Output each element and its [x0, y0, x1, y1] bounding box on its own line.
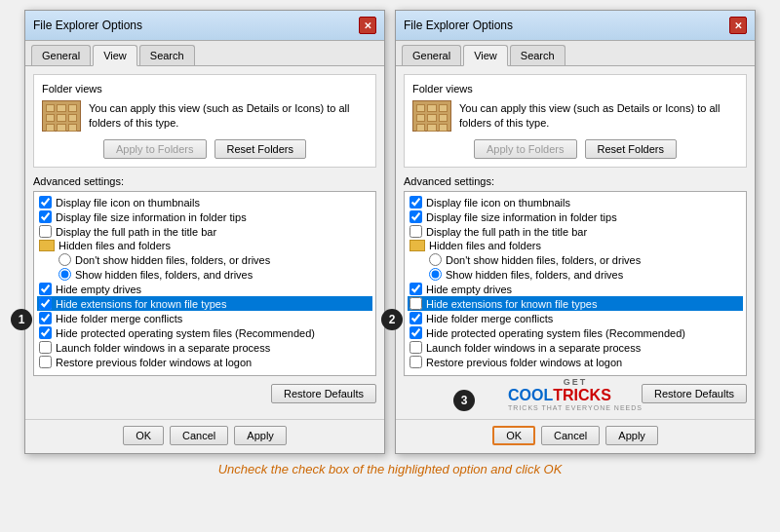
tab-search[interactable]: Search: [139, 45, 195, 65]
setting-input-6[interactable]: [410, 283, 422, 295]
folder-icon: [42, 100, 81, 132]
setting-item-2[interactable]: Display the full path in the title bar: [37, 224, 372, 239]
advanced-settings-label: Advanced settings:: [33, 175, 376, 187]
dialog-2: File Explorer Options✕GeneralViewSearchF…: [395, 10, 756, 454]
setting-input-4[interactable]: [429, 253, 442, 266]
dialog-title: File Explorer Options: [404, 19, 513, 32]
reset-folders-button[interactable]: Reset Folders: [585, 139, 677, 159]
tab-general[interactable]: General: [402, 45, 461, 65]
setting-label-2: Display the full path in the title bar: [426, 226, 587, 238]
setting-input-9[interactable]: [410, 326, 422, 339]
setting-item-0[interactable]: Display file icon on thumbnails: [37, 195, 372, 209]
footer-cancel-button[interactable]: Cancel: [541, 426, 600, 445]
setting-label-0: Display file icon on thumbnails: [56, 197, 200, 209]
setting-item-5[interactable]: Show hidden files, folders, and drives: [37, 267, 372, 282]
advanced-settings-label: Advanced settings:: [404, 175, 747, 187]
setting-input-6[interactable]: [39, 283, 52, 295]
setting-item-2[interactable]: Display the full path in the title bar: [408, 224, 743, 239]
dialog-1: File Explorer Options✕GeneralViewSearchF…: [24, 10, 385, 454]
setting-label-8: Hide folder merge conflicts: [426, 313, 553, 324]
setting-input-10[interactable]: [410, 341, 422, 354]
setting-input-9[interactable]: [39, 326, 52, 339]
setting-item-10[interactable]: Launch folder windows in a separate proc…: [408, 340, 743, 355]
setting-label-7: Hide extensions for known file types: [56, 298, 226, 310]
setting-input-2[interactable]: [410, 225, 422, 238]
caption-text: Uncheck the check box of the highlighted…: [0, 462, 780, 476]
folder-description: You can apply this view (such as Details…: [89, 101, 368, 132]
setting-input-0[interactable]: [410, 196, 422, 209]
setting-label-4: Don't show hidden files, folders, or dri…: [446, 254, 641, 266]
setting-input-7[interactable]: [39, 297, 52, 310]
setting-item-9[interactable]: Hide protected operating system files (R…: [408, 325, 743, 340]
setting-input-5[interactable]: [429, 268, 442, 281]
folder-description: You can apply this view (such as Details…: [459, 101, 738, 132]
setting-item-6[interactable]: Hide empty drives: [37, 282, 372, 296]
setting-label-4: Don't show hidden files, folders, or dri…: [75, 254, 270, 266]
setting-input-11[interactable]: [410, 356, 422, 368]
setting-label-1: Display file size information in folder …: [56, 211, 247, 223]
tab-general[interactable]: General: [31, 45, 91, 65]
reset-folders-button[interactable]: Reset Folders: [214, 139, 306, 159]
tab-view[interactable]: View: [463, 45, 508, 66]
setting-label-9: Hide protected operating system files (R…: [426, 327, 685, 339]
tab-view[interactable]: View: [93, 45, 137, 66]
restore-defaults-button[interactable]: Restore Defaults: [642, 384, 747, 403]
folder-yellow-icon: [39, 240, 55, 251]
setting-input-0[interactable]: [39, 196, 52, 209]
settings-group-label: Hidden files and folders: [408, 239, 743, 252]
apply-to-folders-button[interactable]: Apply to Folders: [103, 139, 206, 159]
apply-to-folders-button[interactable]: Apply to Folders: [474, 139, 576, 159]
setting-item-1[interactable]: Display file size information in folder …: [37, 209, 372, 224]
setting-label-10: Launch folder windows in a separate proc…: [56, 342, 270, 354]
setting-item-11[interactable]: Restore previous folder windows at logon: [408, 355, 743, 369]
setting-label-6: Hide empty drives: [426, 284, 512, 295]
setting-item-4[interactable]: Don't show hidden files, folders, or dri…: [37, 252, 372, 267]
setting-label-5: Show hidden files, folders, and drives: [75, 269, 253, 281]
folder-views-label: Folder views: [412, 83, 738, 95]
setting-label-11: Restore previous folder windows at logon: [56, 357, 252, 368]
setting-label-5: Show hidden files, folders, and drives: [446, 269, 623, 281]
folder-views-label: Folder views: [42, 83, 368, 95]
setting-input-1[interactable]: [410, 210, 422, 223]
setting-item-9[interactable]: Hide protected operating system files (R…: [37, 325, 372, 340]
setting-label-8: Hide folder merge conflicts: [56, 313, 182, 324]
setting-label-10: Launch folder windows in a separate proc…: [426, 342, 641, 354]
setting-item-7[interactable]: Hide extensions for known file types: [408, 296, 743, 311]
setting-input-11[interactable]: [39, 356, 52, 368]
footer-apply-button[interactable]: Apply: [234, 426, 287, 445]
footer-apply-button[interactable]: Apply: [605, 426, 658, 445]
setting-label-1: Display file size information in folder …: [426, 211, 617, 223]
close-button[interactable]: ✕: [729, 17, 747, 34]
setting-input-1[interactable]: [39, 210, 52, 223]
settings-group-label: Hidden files and folders: [37, 239, 372, 252]
setting-input-8[interactable]: [39, 312, 52, 324]
setting-input-5[interactable]: [58, 268, 71, 281]
setting-item-10[interactable]: Launch folder windows in a separate proc…: [37, 340, 372, 355]
setting-input-4[interactable]: [58, 253, 71, 266]
setting-input-7[interactable]: [410, 297, 422, 310]
setting-item-6[interactable]: Hide empty drives: [408, 282, 743, 296]
footer-cancel-button[interactable]: Cancel: [170, 426, 228, 445]
setting-input-10[interactable]: [39, 341, 52, 354]
setting-item-5[interactable]: Show hidden files, folders, and drives: [408, 267, 743, 282]
setting-item-7[interactable]: Hide extensions for known file types: [37, 296, 372, 311]
setting-item-0[interactable]: Display file icon on thumbnails: [408, 195, 743, 209]
setting-item-1[interactable]: Display file size information in folder …: [408, 209, 743, 224]
step-badge-2: 2: [381, 309, 403, 330]
setting-item-11[interactable]: Restore previous folder windows at logon: [37, 355, 372, 369]
setting-input-2[interactable]: [39, 225, 52, 238]
close-button[interactable]: ✕: [359, 17, 376, 34]
tab-search[interactable]: Search: [510, 45, 566, 65]
footer-ok-button[interactable]: OK: [123, 426, 164, 445]
setting-item-4[interactable]: Don't show hidden files, folders, or dri…: [408, 252, 743, 267]
footer-ok-button[interactable]: OK: [492, 426, 535, 445]
restore-defaults-button[interactable]: Restore Defaults: [271, 384, 376, 403]
setting-input-8[interactable]: [410, 312, 422, 324]
settings-list: Display file icon on thumbnailsDisplay f…: [33, 191, 376, 376]
setting-item-8[interactable]: Hide folder merge conflicts: [37, 311, 372, 325]
settings-list: Display file icon on thumbnailsDisplay f…: [404, 191, 747, 376]
setting-label-9: Hide protected operating system files (R…: [56, 327, 315, 339]
dialog-title: File Explorer Options: [33, 19, 142, 32]
folder-yellow-icon: [410, 240, 425, 251]
setting-item-8[interactable]: Hide folder merge conflicts: [408, 311, 743, 325]
